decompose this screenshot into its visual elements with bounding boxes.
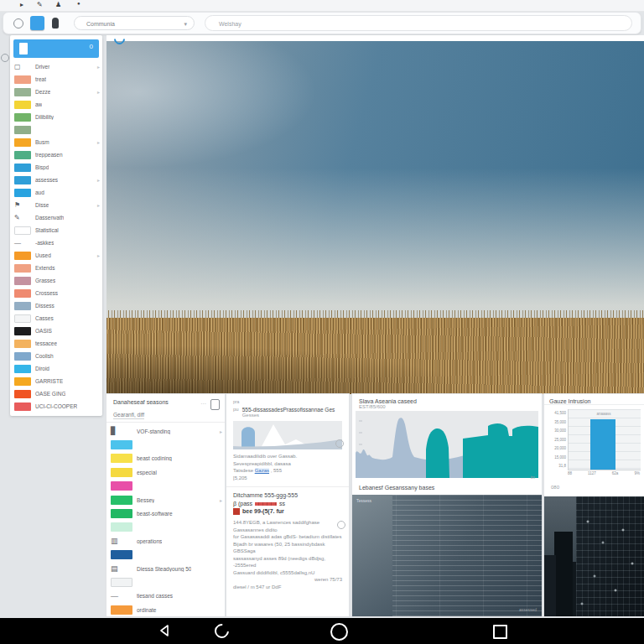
sidebar-item[interactable]: Dissess: [10, 299, 102, 312]
sidebar-item[interactable]: Dilibility: [10, 111, 102, 123]
sidebar-item[interactable]: ▢Driver▸: [10, 60, 102, 73]
x-tick-label: 62a: [612, 471, 619, 475]
y-tick-label: 25,000: [549, 438, 566, 442]
sidebar-item[interactable]: Coolish: [10, 350, 102, 362]
grid-corner-label: assessed: [519, 607, 537, 612]
sidebar-item[interactable]: [10, 123, 102, 136]
card1-subtitle: Gesses: [242, 413, 335, 418]
profile-dropdown[interactable]: Communia ▾: [74, 16, 195, 30]
sidebar-item[interactable]: aud: [10, 186, 102, 199]
sidebar-item[interactable]: Crossess: [10, 287, 102, 299]
legend-item[interactable]: beast-software: [106, 506, 225, 520]
rating-post: ss: [279, 501, 285, 506]
sidebar-item[interactable]: —-askkes: [10, 236, 102, 249]
sidebar-item[interactable]: Casses: [10, 312, 102, 325]
y-tick-label: 41,500: [549, 411, 566, 415]
card1-link-post: , 555: [269, 468, 282, 473]
legend-item[interactable]: [106, 575, 225, 589]
item-label: beast-software: [137, 511, 173, 517]
note-icon[interactable]: [210, 399, 220, 410]
card2-rating-line: β (passss: [233, 501, 342, 506]
prairie-photo[interactable]: [106, 41, 644, 394]
cursor-icon[interactable]: ▸: [20, 1, 23, 8]
dark-tool-icon[interactable]: [52, 18, 59, 29]
item-label: ordinate: [137, 607, 157, 613]
legend-item[interactable]: beast codining: [106, 452, 225, 465]
flag-icon: ⚑: [14, 201, 31, 209]
legend-item[interactable]: ▥operations: [106, 534, 225, 548]
sidebar-item[interactable]: Diroid: [10, 362, 102, 375]
y-tick-label: 15,000: [549, 455, 566, 460]
person-icon[interactable]: ♟: [55, 1, 61, 8]
recents-icon[interactable]: [493, 625, 507, 639]
sidebar-item[interactable]: treppeasen: [10, 148, 102, 161]
bar-chart-title: Gauze Intrusion: [544, 394, 644, 405]
bar-chart-x-axis: 88112762a9%: [568, 471, 640, 475]
sidebar-item[interactable]: Grasses: [10, 274, 102, 287]
sidebar-item[interactable]: UCI-CI-COOPER: [10, 400, 102, 413]
bar-chart[interactable]: 41,50035,00030,00025,00020,00015,00031,8…: [549, 409, 640, 475]
avatar-circle-icon[interactable]: [13, 18, 23, 29]
card2-footer-link[interactable]: diesel / m 547 ur DdF: [233, 584, 342, 591]
blue-tool-icon[interactable]: [30, 16, 44, 30]
sidebar-item[interactable]: aw: [10, 98, 102, 111]
legend-item[interactable]: [106, 438, 225, 451]
item-label: especial: [137, 470, 157, 475]
card2-circle-icon[interactable]: [337, 521, 345, 529]
legend-item[interactable]: ordinate: [106, 603, 225, 616]
color-swatch: [111, 509, 132, 518]
item-label: aw: [35, 101, 42, 107]
sidebar-item[interactable]: Busm▸: [10, 136, 102, 148]
bar-series: [590, 419, 615, 470]
more-dots-icon[interactable]: ⋯: [200, 401, 206, 408]
color-swatch: [111, 440, 132, 449]
card1-circle-icon[interactable]: [335, 439, 344, 448]
stats-icon: ▊: [111, 427, 132, 435]
color-swatch: [14, 138, 31, 147]
color-swatch: [14, 113, 31, 122]
sidebar-item[interactable]: ✎Dassenvath: [10, 211, 102, 224]
sidebar-item[interactable]: Statistical: [10, 224, 102, 236]
info-card-1[interactable]: pra pu 555-dissassadesPrassofissannae Ge…: [226, 394, 349, 487]
sidebar-item[interactable]: Uused▸: [10, 249, 102, 262]
refresh-icon[interactable]: [212, 621, 232, 641]
legend-item[interactable]: [106, 548, 225, 562]
legend-item[interactable]: —tiesand casses: [106, 589, 225, 603]
x-tick-label: 88: [568, 471, 572, 475]
sidebar-item[interactable]: OASIS: [10, 325, 102, 337]
color-swatch: [14, 277, 31, 285]
item-label: Crossess: [35, 290, 58, 296]
sidebar-item[interactable]: GARRISTE: [10, 375, 102, 387]
info-card-2[interactable]: Ditchamme 555-ggg-555 β (passss bee 99-(…: [226, 487, 349, 637]
back-icon[interactable]: [158, 623, 171, 638]
legend-item[interactable]: ▊VOF-standing▸: [106, 424, 225, 438]
legend-item[interactable]: Bessey▸: [106, 493, 225, 506]
legend-item[interactable]: especial: [106, 465, 225, 479]
sidebar-item[interactable]: tessacee: [10, 337, 102, 350]
bar-chart-panel: Gauze Intrusion 41,50035,00030,00025,000…: [544, 394, 644, 616]
card1-link[interactable]: Gazas: [255, 468, 269, 473]
legend-item[interactable]: [106, 480, 225, 493]
night-city-image[interactable]: [544, 496, 644, 616]
sidebar-item-selected[interactable]: 0: [13, 39, 99, 58]
legend-item[interactable]: ▤Diessa Steadyoung 50: [106, 562, 225, 575]
sidebar-item[interactable]: Dezze▸: [10, 86, 102, 98]
sidebar-item[interactable]: Extends: [10, 262, 102, 274]
city-lights: [544, 496, 644, 616]
card2-phone-line: bee 99-(5(7. fur: [233, 508, 342, 515]
sidebar-item[interactable]: treat: [10, 73, 102, 86]
dot-icon[interactable]: ●: [77, 1, 80, 6]
sidebar-item[interactable]: assesses▸: [10, 174, 102, 186]
sidebar-item[interactable]: ⚑Disse▸: [10, 199, 102, 211]
pen-icon: ✎: [14, 214, 31, 221]
pen-icon[interactable]: ✎: [37, 1, 43, 8]
search-input[interactable]: Welshay: [205, 15, 632, 31]
sidebar-item[interactable]: OASE GING: [10, 387, 102, 400]
item-label: OASE GING: [35, 391, 65, 397]
dark-grid-image[interactable]: Tessess assessed: [352, 495, 542, 616]
home-icon[interactable]: [330, 623, 348, 641]
sidebar-item[interactable]: Bispd: [10, 161, 102, 174]
legend-item[interactable]: [106, 521, 225, 534]
area-chart[interactable]: [356, 411, 538, 478]
item-label: UCI-CI-COOPER: [35, 403, 77, 409]
